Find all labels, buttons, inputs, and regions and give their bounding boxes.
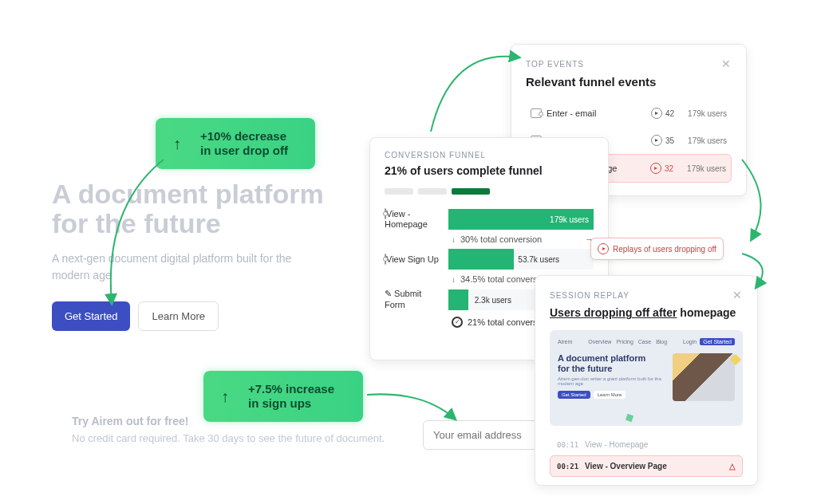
session-replay-card: SESSION REPLAY ✕ Users dropping off afte… — [535, 275, 758, 486]
play-icon — [651, 135, 662, 146]
close-icon[interactable]: ✕ — [732, 289, 743, 301]
card-label: CONVERSION FUNNEL — [385, 151, 594, 159]
funnel-step: View Sign Up 53.7k users — [385, 249, 594, 270]
card-title: Users dropping off after homepage — [550, 306, 743, 319]
event-icon — [385, 208, 386, 219]
card-title: 21% of users complete funnel — [385, 164, 594, 177]
submit-icon: ✎ — [385, 289, 392, 298]
check-icon: ✓ — [452, 317, 463, 328]
subheading: A next-gen document digital platform bui… — [52, 250, 307, 284]
mini-bars — [385, 188, 594, 195]
timeline-row[interactable]: 00:11 View - Homepage — [550, 434, 743, 455]
conversion-text: ↓30% total conversion→ — [452, 234, 594, 244]
arrow-up-icon: ↑ — [221, 387, 229, 406]
card-label: SESSION REPLAY — [550, 291, 630, 300]
replay-chip[interactable]: Replays of users dropping off — [590, 238, 724, 260]
landing-hero: A document platform for the future A nex… — [52, 179, 387, 331]
headline: A document platform for the future — [52, 179, 387, 239]
callout-sign-ups: ↑ +7.5% increase in sign ups — [203, 371, 363, 422]
learn-more-button[interactable]: Learn More — [138, 301, 218, 331]
brand: Airem — [558, 339, 572, 345]
get-started-button[interactable]: Get Started — [52, 301, 130, 331]
close-icon[interactable]: ✕ — [721, 57, 732, 70]
card-title: Relevant funnel events — [526, 75, 732, 89]
replay-preview[interactable]: Airem OverviewPricingCaseBlog LoginGet S… — [550, 330, 743, 426]
try-sub: No credit card required. Take 30 days to… — [72, 432, 385, 444]
play-icon — [650, 163, 661, 174]
card-label: TOP EVENTS — [526, 60, 584, 69]
event-icon — [385, 254, 386, 265]
play-icon — [651, 108, 662, 119]
event-icon — [531, 108, 542, 118]
callout-drop-off: ↑ +10% decrease in user drop off — [156, 118, 315, 169]
preview-image — [673, 353, 735, 401]
event-row[interactable]: Enter - email 42 179k users — [526, 100, 732, 127]
play-icon — [598, 243, 609, 254]
funnel-step: View -Homepage 179k users — [385, 209, 594, 230]
timeline-row-alert[interactable]: 00:21 View - Overview Page △ — [550, 455, 743, 477]
arrow-up-icon: ↑ — [173, 134, 181, 153]
warning-icon: △ — [729, 462, 736, 471]
